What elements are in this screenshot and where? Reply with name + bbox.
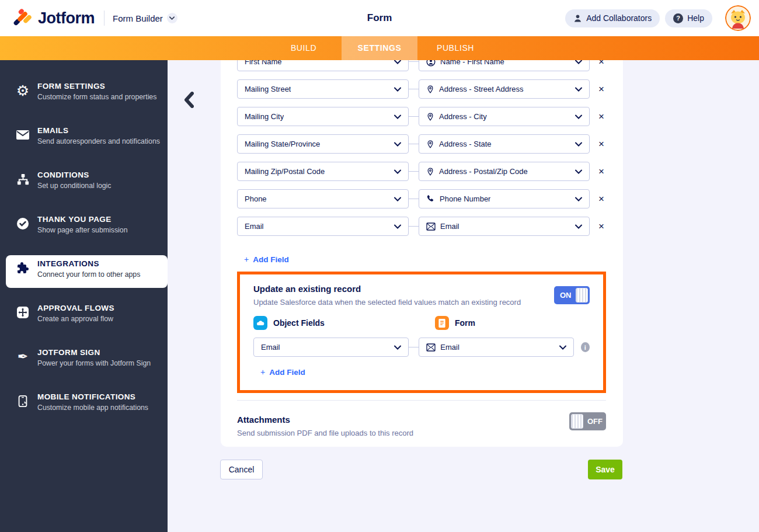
object-field-select[interactable]: Mailing State/Province	[237, 134, 409, 154]
chevron-down-icon	[167, 13, 177, 23]
attachments-title: Attachments	[237, 415, 413, 425]
remove-row-button[interactable]: ×	[597, 60, 606, 67]
form-document-icon	[435, 316, 449, 330]
toggle-on-label: ON	[560, 291, 572, 300]
help-label: Help	[687, 13, 704, 23]
sitemap-icon	[15, 172, 30, 187]
add-collaborators-button[interactable]: Add Collaborators	[565, 9, 660, 27]
avatar[interactable]	[725, 5, 751, 31]
add-field-button[interactable]: + Add Field	[244, 255, 289, 264]
object-field-select[interactable]: Phone	[237, 189, 409, 208]
sidebar-item-subtitle: Connect your form to other apps	[37, 270, 140, 279]
sidebar-item-mobile-notifications[interactable]: MOBILE NOTIFICATIONS Customize mobile ap…	[0, 388, 168, 421]
sidebar-item-title: APPROVAL FLOWS	[37, 304, 114, 312]
object-field-value: Email	[261, 343, 280, 352]
remove-row-button[interactable]: ×	[597, 112, 606, 121]
sidebar-item-title: MOBILE NOTIFICATIONS	[37, 392, 148, 401]
settings-sidebar: ⚙ FORM SETTINGS Customize form status an…	[0, 60, 168, 532]
form-header-label: Form	[455, 318, 475, 328]
help-button[interactable]: ? Help	[665, 9, 712, 27]
product-switcher[interactable]: Form Builder	[113, 13, 177, 23]
form-field-value: Address - State	[439, 140, 492, 148]
mapping-connector	[409, 347, 419, 347]
check-circle-icon	[15, 216, 30, 231]
sidebar-item-emails[interactable]: EMAILS Send autoresponders and notificat…	[0, 122, 168, 155]
form-field-select[interactable]: Phone Number	[419, 189, 590, 208]
email-icon	[426, 343, 436, 352]
form-field-value: Name - First Name	[440, 60, 504, 66]
remove-row-button[interactable]: ×	[597, 140, 606, 149]
form-field-value: Email	[440, 222, 459, 231]
remove-row-button[interactable]: ×	[597, 222, 606, 231]
toggle-off-label: OFF	[587, 417, 603, 426]
field-mapping-row: Mailing City Address - City ×	[237, 107, 606, 126]
sidebar-item-integrations[interactable]: INTEGRATIONS Connect your form to other …	[6, 255, 168, 288]
object-fields-header: Object Fields	[253, 316, 435, 330]
sidebar-item-jotform-sign[interactable]: ✒ JOTFORM SIGN Power your forms with Jot…	[0, 344, 168, 377]
save-button[interactable]: Save	[588, 460, 622, 479]
sidebar-item-thank-you-page[interactable]: THANK YOU PAGE Show page after submissio…	[0, 211, 168, 244]
add-field-button[interactable]: + Add Field	[260, 367, 305, 377]
form-field-select[interactable]: Address - City	[419, 107, 590, 126]
form-field-value: Address - Street Address	[439, 85, 524, 93]
phone-icon	[426, 194, 435, 203]
attachments-toggle[interactable]: OFF	[569, 412, 606, 430]
field-mapping-row: First Name Name - First Name ×	[237, 60, 606, 71]
form-field-select[interactable]: Email	[419, 217, 590, 236]
attachments-section: Attachments Send submission PDF and file…	[237, 401, 606, 437]
map-pin-icon	[426, 112, 434, 121]
object-field-select[interactable]: Email	[237, 217, 409, 236]
form-field-select[interactable]: Email	[419, 338, 573, 357]
object-field-value: Mailing Zip/Postal Code	[245, 167, 325, 176]
remove-row-button[interactable]: ×	[597, 167, 606, 176]
form-header: Form	[435, 316, 475, 330]
tab-publish[interactable]: PUBLISH	[417, 36, 493, 60]
sidebar-item-subtitle: Send autoresponders and notifications	[37, 137, 160, 145]
map-pin-icon	[426, 85, 434, 94]
mapping-connector	[409, 61, 419, 62]
collapse-panel-button[interactable]	[179, 89, 199, 111]
info-icon[interactable]: i	[581, 342, 590, 352]
chevron-down-icon	[575, 169, 582, 174]
form-field-select[interactable]: Address - Postal/Zip Code	[419, 162, 590, 181]
object-field-select[interactable]: First Name	[237, 60, 409, 71]
remove-row-button[interactable]: ×	[597, 85, 606, 94]
mapping-connector	[409, 199, 419, 199]
update-mapping-row: Email Email i	[253, 338, 590, 357]
sidebar-item-title: JOTFORM SIGN	[37, 348, 151, 357]
mobile-icon	[15, 394, 30, 409]
add-collaborators-label: Add Collaborators	[586, 13, 652, 23]
chevron-left-icon	[184, 92, 194, 108]
update-existing-record-section: Update an existing record Update Salesfo…	[237, 272, 606, 393]
sidebar-item-subtitle: Customize form status and properties	[37, 93, 156, 101]
app-header: Jotform Form Builder Form Add Collaborat…	[0, 0, 759, 36]
update-record-toggle[interactable]: ON	[554, 286, 590, 304]
form-field-select[interactable]: Name - First Name	[419, 60, 590, 71]
chevron-down-icon	[559, 345, 566, 350]
attachments-subtitle: Send submission PDF and file uploads to …	[237, 429, 413, 437]
salesforce-cloud-icon	[253, 316, 267, 330]
jotform-logo[interactable]: Jotform	[13, 8, 95, 28]
chevron-down-icon	[394, 87, 401, 92]
cancel-button[interactable]: Cancel	[220, 460, 263, 479]
sidebar-item-form-settings[interactable]: ⚙ FORM SETTINGS Customize form status an…	[0, 78, 168, 110]
form-field-select[interactable]: Address - Street Address	[419, 79, 590, 99]
remove-row-button[interactable]: ×	[597, 194, 606, 204]
approval-flows-icon	[15, 305, 30, 320]
object-field-select[interactable]: Email	[253, 338, 409, 357]
object-field-value: First Name	[245, 60, 282, 66]
tab-settings[interactable]: SETTINGS	[342, 36, 417, 60]
chevron-down-icon	[394, 169, 401, 174]
sidebar-item-approval-flows[interactable]: APPROVAL FLOWS Create an approval flow	[0, 300, 168, 332]
chevron-down-icon	[575, 87, 582, 92]
tab-build[interactable]: BUILD	[266, 36, 342, 60]
object-field-select[interactable]: Mailing City	[237, 107, 409, 126]
object-field-select[interactable]: Mailing Street	[237, 79, 409, 99]
object-field-value: Mailing State/Province	[245, 140, 320, 148]
plus-icon: +	[260, 367, 265, 377]
sidebar-item-conditions[interactable]: CONDITIONS Set up conditional logic	[0, 166, 168, 199]
mapping-connector	[409, 144, 419, 144]
envelope-icon	[15, 127, 30, 142]
object-field-select[interactable]: Mailing Zip/Postal Code	[237, 162, 409, 181]
form-field-select[interactable]: Address - State	[419, 134, 590, 154]
